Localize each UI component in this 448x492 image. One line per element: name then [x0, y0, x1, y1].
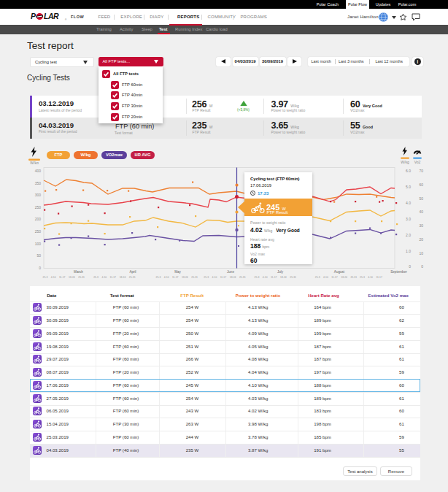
- svg-text:4.0: 4.0: [406, 201, 411, 205]
- svg-text:300: 300: [35, 193, 42, 197]
- svg-text:18-24: 18-24: [120, 276, 126, 279]
- svg-text:25-3: 25-3: [156, 276, 161, 279]
- svg-text:25-3: 25-3: [204, 276, 209, 279]
- svg-text:11-17: 11-17: [110, 276, 117, 279]
- svg-text:11-17: 11-17: [271, 276, 277, 279]
- svg-text:30: 30: [419, 223, 423, 228]
- svg-text:60: 60: [419, 182, 423, 187]
- svg-text:25-31: 25-31: [350, 276, 357, 279]
- svg-text:March: March: [74, 270, 83, 274]
- svg-text:18-24: 18-24: [341, 276, 347, 279]
- svg-text:25-31: 25-31: [290, 276, 296, 279]
- svg-text:11-17: 11-17: [220, 276, 227, 279]
- svg-text:400: 400: [35, 169, 42, 173]
- svg-text:11-17: 11-17: [59, 276, 66, 279]
- svg-text:25-3: 25-3: [360, 276, 365, 279]
- svg-text:250: 250: [35, 229, 42, 234]
- svg-text:4-10: 4-10: [212, 276, 217, 279]
- svg-text:May: May: [174, 270, 181, 274]
- svg-text:April: April: [129, 270, 136, 274]
- svg-text:11-17: 11-17: [172, 276, 179, 279]
- svg-text:4-10: 4-10: [368, 276, 373, 279]
- svg-text:250: 250: [35, 205, 42, 210]
- svg-text:70: 70: [419, 169, 423, 173]
- svg-text:11-17: 11-17: [331, 276, 338, 279]
- svg-text:4-10: 4-10: [51, 276, 56, 279]
- svg-text:August: August: [334, 270, 345, 274]
- svg-text:200: 200: [35, 217, 42, 221]
- svg-text:4-10: 4-10: [263, 276, 268, 279]
- svg-text:25-3: 25-3: [255, 276, 260, 279]
- svg-text:25-31: 25-31: [239, 276, 246, 279]
- svg-text:50: 50: [419, 196, 423, 201]
- svg-text:25-3: 25-3: [315, 276, 320, 279]
- svg-text:100: 100: [35, 242, 42, 246]
- svg-text:18-24: 18-24: [69, 276, 75, 279]
- svg-text:25-3: 25-3: [93, 276, 99, 279]
- svg-text:18-24: 18-24: [230, 276, 236, 279]
- svg-text:0: 0: [409, 264, 411, 269]
- svg-text:25-31: 25-31: [129, 276, 136, 279]
- svg-text:18-24: 18-24: [280, 276, 287, 279]
- svg-text:50: 50: [36, 253, 41, 258]
- svg-text:4-10: 4-10: [101, 276, 107, 279]
- svg-text:20: 20: [419, 237, 423, 242]
- svg-text:11-17: 11-17: [376, 276, 382, 279]
- svg-text:10: 10: [419, 251, 423, 255]
- svg-text:1.0: 1.0: [406, 249, 411, 253]
- svg-text:350: 350: [35, 181, 42, 185]
- svg-text:40: 40: [419, 210, 423, 214]
- svg-text:June: June: [227, 270, 234, 274]
- svg-text:25-31: 25-31: [78, 276, 85, 279]
- svg-text:18-24: 18-24: [182, 276, 188, 279]
- svg-text:4-10: 4-10: [164, 276, 169, 279]
- svg-text:0: 0: [421, 264, 423, 269]
- svg-text:4-10: 4-10: [323, 276, 328, 279]
- svg-text:July: July: [277, 270, 284, 274]
- svg-text:25-3: 25-3: [43, 276, 48, 279]
- svg-text:3.0: 3.0: [406, 217, 411, 221]
- svg-text:0: 0: [39, 266, 41, 270]
- svg-text:2.0: 2.0: [406, 233, 411, 237]
- svg-text:6.0: 6.0: [406, 169, 411, 173]
- svg-text:5.0: 5.0: [406, 185, 411, 189]
- svg-text:25-31: 25-31: [191, 276, 198, 279]
- svg-text:September: September: [390, 270, 407, 274]
